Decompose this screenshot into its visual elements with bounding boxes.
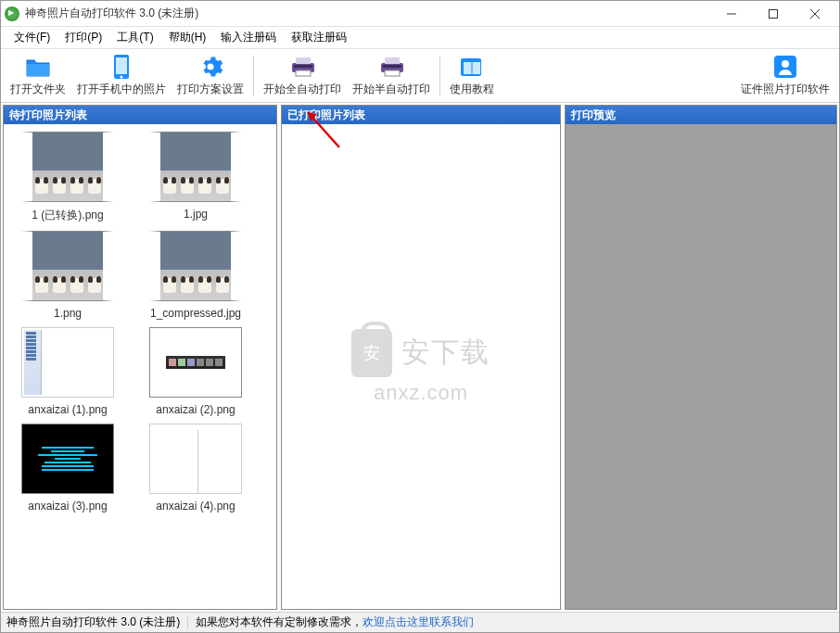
watermark-lock-icon	[351, 329, 392, 377]
svg-rect-1	[769, 9, 777, 18]
watermark: 安下载 anxz.com	[351, 329, 490, 405]
book-icon	[459, 54, 485, 80]
minimize-button[interactable]	[710, 1, 752, 27]
folder-icon	[25, 54, 51, 80]
svg-rect-13	[385, 57, 400, 64]
open-phone-button[interactable]: 打开手机中的照片	[71, 51, 172, 101]
preview-panel: 打印预览	[565, 105, 837, 610]
svg-rect-14	[385, 70, 400, 76]
preview-panel-body[interactable]	[566, 124, 836, 609]
status-app-name: 神奇照片自动打印软件 3.0 (未注册)	[6, 614, 180, 630]
watermark-url: anxz.com	[374, 381, 468, 405]
menu-enter-reg[interactable]: 输入注册码	[213, 28, 284, 47]
thumbnail-item[interactable]: anxaizai (3).png	[7, 424, 128, 513]
gear-icon	[197, 54, 223, 80]
svg-rect-11	[294, 65, 312, 68]
open-folder-button[interactable]: 打开文件夹	[5, 51, 71, 101]
svg-rect-15	[383, 65, 401, 68]
menubar: 文件(F) 打印(P) 工具(T) 帮助(H) 输入注册码 获取注册码	[1, 27, 839, 49]
printer-semi-icon	[378, 54, 404, 80]
thumbnail-label: anxaizai (3).png	[28, 500, 107, 513]
menu-help[interactable]: 帮助(H)	[161, 28, 214, 47]
svg-point-7	[208, 64, 214, 70]
printed-panel-body[interactable]: 安下载 anxz.com	[282, 124, 560, 609]
statusbar: 神奇照片自动打印软件 3.0 (未注册) 如果您对本软件有定制修改需求， 欢迎点…	[1, 612, 839, 632]
watermark-text-cn: 安下载	[401, 334, 490, 372]
pending-panel-header: 待打印照片列表	[4, 106, 276, 124]
svg-rect-9	[296, 57, 311, 64]
printer-auto-icon	[289, 54, 315, 80]
thumbnail-label: anxaizai (1).png	[28, 403, 107, 416]
status-msg-prefix: 如果您对本软件有定制修改需求，	[196, 614, 363, 630]
printed-panel: 已打印照片列表 安下载 anxz.com	[281, 105, 561, 610]
pending-panel-body[interactable]: 1 (已转换).png1.jpg1.png1_compressed.jpganx…	[4, 124, 276, 609]
id-photo-icon	[772, 54, 798, 80]
thumbnail-item[interactable]: 1_compressed.jpg	[135, 231, 256, 320]
toolbar-separator	[439, 56, 440, 96]
toolbar-separator	[253, 56, 254, 96]
content-area: 待打印照片列表 1 (已转换).png1.jpg1.png1_compresse…	[1, 103, 839, 612]
thumbnail-item[interactable]: 1.jpg	[135, 132, 256, 223]
titlebar: 神奇照片自动打印软件 3.0 (未注册)	[1, 1, 839, 27]
thumbnail-label: 1_compressed.jpg	[150, 307, 241, 320]
thumbnail-label: anxaizai (2).png	[156, 403, 235, 416]
preview-panel-header: 打印预览	[566, 106, 836, 124]
start-semi-print-button[interactable]: 开始半自动打印	[347, 51, 436, 101]
thumbnail-item[interactable]: anxaizai (4).png	[135, 424, 256, 513]
menu-get-reg[interactable]: 获取注册码	[284, 28, 354, 47]
maximize-button[interactable]	[752, 1, 794, 27]
thumbnail-item[interactable]: 1.png	[7, 231, 128, 320]
thumbnail-label: 1 (已转换).png	[32, 208, 103, 223]
thumbnail-item[interactable]: anxaizai (1).png	[7, 327, 128, 416]
thumbnail-label: anxaizai (4).png	[156, 500, 235, 513]
svg-point-6	[121, 76, 123, 79]
window-title: 神奇照片自动打印软件 3.0 (未注册)	[25, 6, 710, 21]
phone-icon	[108, 54, 134, 80]
tutorial-button[interactable]: 使用教程	[444, 51, 500, 101]
status-contact-link[interactable]: 欢迎点击这里联系我们	[363, 614, 474, 630]
menu-print[interactable]: 打印(P)	[57, 28, 109, 47]
toolbar: 打开文件夹 打开手机中的照片 打印方案设置 开始全自动打印 开始半自动打印 使用…	[1, 49, 839, 103]
close-button[interactable]	[794, 1, 835, 27]
app-icon	[5, 6, 19, 21]
svg-point-19	[782, 60, 789, 68]
start-auto-print-button[interactable]: 开始全自动打印	[258, 51, 347, 101]
thumbnail-label: 1.png	[54, 307, 82, 320]
menu-file[interactable]: 文件(F)	[6, 28, 57, 47]
print-plan-button[interactable]: 打印方案设置	[172, 51, 249, 101]
svg-rect-5	[116, 57, 127, 74]
thumbnail-item[interactable]: anxaizai (2).png	[135, 327, 256, 416]
thumbnail-label: 1.jpg	[184, 208, 208, 221]
svg-rect-10	[296, 70, 311, 76]
pending-panel: 待打印照片列表 1 (已转换).png1.jpg1.png1_compresse…	[3, 105, 277, 610]
thumbnail-item[interactable]: 1 (已转换).png	[7, 132, 128, 223]
printed-panel-header: 已打印照片列表	[282, 106, 560, 124]
id-photo-button[interactable]: 证件照片打印软件	[735, 51, 835, 101]
menu-tools[interactable]: 工具(T)	[109, 28, 160, 47]
